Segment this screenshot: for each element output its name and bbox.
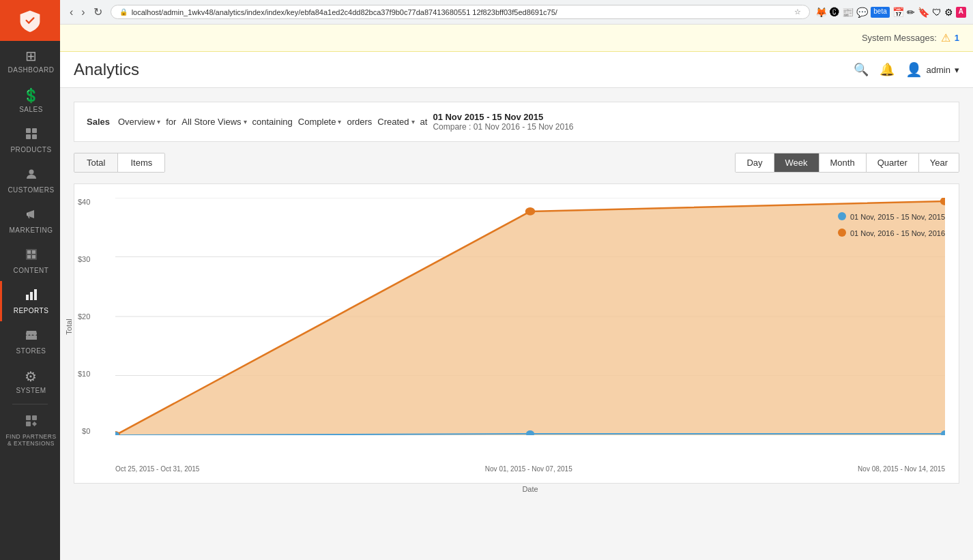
stores-icon [25,328,38,345]
warning-icon: ⚠ [941,31,950,44]
svg-rect-0 [26,128,31,133]
overview-label: Overview [118,117,155,127]
message-count[interactable]: 1 [955,33,959,43]
sidebar-item-system[interactable]: ⚙ SYSTEM [0,362,60,401]
main-content: ‹ › ↻ 🔒 localhost/admin_1wkv48/analytics… [60,0,973,560]
sidebar-item-label: MARKETING [10,226,53,234]
system-message-bar: System Messages: ⚠ 1 [60,25,973,52]
svg-rect-9 [27,255,31,259]
sidebar-item-products[interactable]: PRODUCTS [0,120,60,160]
url-bar[interactable]: 🔒 localhost/admin_1wkv48/analytics/index… [111,5,811,19]
lock-icon: 🔒 [119,8,128,16]
user-dropdown-icon: ▾ [955,65,959,75]
browser-chrome: ‹ › ↻ 🔒 localhost/admin_1wkv48/analytics… [60,0,973,25]
filter-bar: Sales Overview ▾ for All Store Views ▾ c… [74,102,959,142]
svg-rect-14 [26,336,37,340]
logo[interactable] [0,0,60,41]
date-range-block: 01 Nov 2015 - 15 Nov 2015 Compare : 01 N… [433,112,573,132]
quarter-period-button[interactable]: Quarter [867,153,919,172]
created-caret-icon: ▾ [411,118,415,126]
system-icon: ⚙ [25,368,38,385]
chart-legend: 01 Nov, 2015 - 15 Nov, 2015 01 Nov, 2016… [838,211,945,244]
username: admin [927,65,950,75]
store-dropdown[interactable]: All Store Views ▾ [181,117,246,127]
chart-container: Total $0 $10 $20 $30 $40 [74,183,959,484]
page-title: Analytics [74,60,139,79]
sidebar-item-label: PRODUCTS [10,146,51,153]
view-toggle-group: Total Items [74,153,165,173]
month-period-button[interactable]: Month [819,153,867,172]
sidebar-item-dashboard[interactable]: ⊞ DASHBOARD [0,41,60,80]
sidebar-item-label: SYSTEM [16,387,46,394]
year-period-button[interactable]: Year [919,153,959,172]
legend-label-orange: 01 Nov, 2016 - 15 Nov, 2016 [850,228,945,240]
x-label-1: Oct 25, 2015 - Oct 31, 2015 [115,465,199,473]
customers-icon [25,167,38,184]
svg-rect-7 [27,250,31,254]
svg-rect-13 [34,289,37,300]
containing-label: containing [252,117,293,127]
chart-inner: Total $0 $10 $20 $30 $40 [115,198,945,456]
day-period-button[interactable]: Day [736,153,774,172]
for-label: for [166,117,176,127]
sidebar-item-reports[interactable]: REPORTS [0,281,60,321]
user-avatar-icon: 👤 [905,61,923,78]
products-icon [25,127,38,144]
svg-rect-1 [32,128,37,133]
svg-rect-16 [32,415,37,420]
chart-svg [115,198,945,435]
x-axis-title: Date [522,485,538,493]
svg-rect-3 [32,134,37,139]
sidebar-item-label: SALES [19,106,43,113]
y-label-30: $30 [78,255,90,263]
analytics-area: Sales Overview ▾ for All Store Views ▾ c… [60,88,973,560]
svg-point-4 [29,170,33,175]
extensions-icon [25,414,38,431]
sidebar-item-stores[interactable]: STORES [0,321,60,362]
complete-label: Complete [298,117,336,127]
top-header: Analytics 🔍 🔔 👤 admin ▾ [60,52,973,88]
total-toggle-button[interactable]: Total [74,153,118,172]
sidebar-item-sales[interactable]: 💲 SALES [0,80,60,120]
reload-button[interactable]: ↻ [91,4,105,20]
sidebar-item-customers[interactable]: CUSTOMERS [0,160,60,201]
orders-label: orders [347,117,372,127]
header-actions: 🔍 🔔 👤 admin ▾ [854,61,959,78]
compare-text: Compare : 01 Nov 2016 - 15 Nov 2016 [433,122,573,132]
back-button[interactable]: ‹ [67,4,76,20]
svg-rect-17 [26,422,31,426]
sidebar-item-label: CONTENT [14,267,49,274]
forward-button[interactable]: › [78,4,87,20]
sidebar-item-extensions[interactable]: FIND PARTNERS & EXTENSIONS [0,407,60,454]
svg-rect-2 [26,134,31,139]
items-toggle-button[interactable]: Items [118,153,164,172]
sidebar-divider [12,404,48,404]
sales-label: Sales [87,117,110,127]
svg-marker-23 [115,201,945,435]
at-label: at [420,117,428,127]
complete-dropdown[interactable]: Complete ▾ [298,117,342,127]
created-label: Created [377,117,409,127]
sidebar-item-label: FIND PARTNERS & EXTENSIONS [5,433,57,447]
date-range: 01 Nov 2015 - 15 Nov 2015 [433,112,573,122]
week-period-button[interactable]: Week [774,153,819,172]
user-menu[interactable]: 👤 admin ▾ [905,61,959,78]
store-label: All Store Views [181,117,241,127]
content-icon [25,248,38,265]
x-label-3: Nov 08, 2015 - Nov 14, 2015 [858,465,945,473]
url-text: localhost/admin_1wkv48/analytics/index/i… [132,8,557,16]
search-icon[interactable]: 🔍 [854,62,869,77]
y-label-10: $10 [78,370,90,378]
bell-icon[interactable]: 🔔 [880,62,895,77]
sidebar-item-label: STORES [16,347,46,355]
sidebar-item-content[interactable]: CONTENT [0,241,60,281]
overview-dropdown[interactable]: Overview ▾ [118,117,160,127]
x-axis: Oct 25, 2015 - Oct 31, 2015 Nov 01, 2015… [115,465,945,473]
svg-rect-15 [26,415,31,420]
sidebar-item-label: DASHBOARD [8,66,55,74]
svg-rect-10 [32,255,35,259]
y-label-40: $40 [78,198,90,206]
y-axis: $0 $10 $20 $30 $40 [78,198,90,435]
sidebar-item-marketing[interactable]: MARKETING [0,201,60,241]
created-dropdown[interactable]: Created ▾ [377,117,414,127]
